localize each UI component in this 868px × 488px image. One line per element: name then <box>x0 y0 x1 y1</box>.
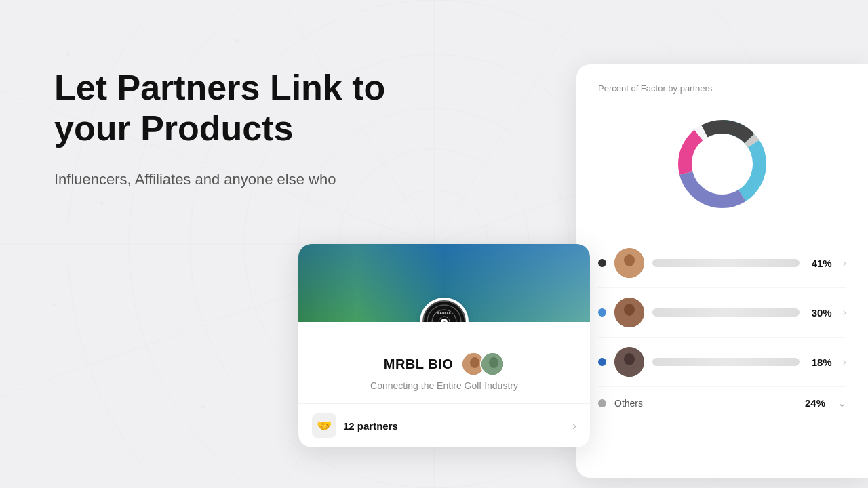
partner-item-2[interactable]: 30% › <box>598 288 846 338</box>
avatar-group <box>461 352 505 376</box>
svg-point-13 <box>66 52 70 56</box>
left-content: Let Partners Link to your Products Influ… <box>54 68 385 190</box>
chevron-right-icon: › <box>572 419 576 433</box>
partner-name-3 <box>652 358 800 366</box>
svg-point-15 <box>235 39 239 43</box>
others-row[interactable]: Others 24% ⌄ <box>598 387 846 419</box>
partners-count: 12 partners <box>343 420 398 432</box>
avatar-2 <box>480 352 505 376</box>
partner-dot-1 <box>598 259 606 267</box>
partner-avatar-3 <box>614 347 644 377</box>
svg-point-42 <box>624 304 635 316</box>
logo-inner: MARBLE GOLF ⚙ <box>422 300 466 322</box>
svg-text:⚙: ⚙ <box>443 321 446 322</box>
card-subtitle: Connecting the Entire Golf Industry <box>315 380 574 391</box>
others-percent: 24% <box>805 397 825 409</box>
partner-name-1 <box>652 259 800 267</box>
svg-point-33 <box>470 357 479 368</box>
donut-hole <box>696 138 748 190</box>
svg-text:MARBLE: MARBLE <box>437 311 451 314</box>
card-title-row: MRBL BIO <box>315 352 574 376</box>
partner-chevron-1[interactable]: › <box>843 257 846 269</box>
svg-point-19 <box>201 405 205 409</box>
donut-chart <box>668 110 776 218</box>
analytics-card: Percent of Factor by partners <box>576 64 868 478</box>
partner-dot-2 <box>598 308 606 317</box>
svg-point-45 <box>624 353 635 365</box>
partner-avatar-1 <box>614 248 644 278</box>
card-body: MRBL BIO Connecting <box>298 322 590 391</box>
partner-percent-2: 30% <box>808 307 832 319</box>
partner-list: 41% › 30% › <box>598 239 846 419</box>
chevron-down-icon[interactable]: ⌄ <box>837 396 846 409</box>
card-footer[interactable]: 🤝 12 partners › <box>298 403 590 447</box>
partner-percent-1: 41% <box>808 258 832 269</box>
footer-left: 🤝 12 partners <box>312 413 398 438</box>
others-label: Others <box>614 398 797 409</box>
partner-chevron-3[interactable]: › <box>843 356 846 368</box>
partner-chevron-2[interactable]: › <box>843 306 846 319</box>
partner-avatar-2 <box>614 298 644 327</box>
svg-point-36 <box>489 357 498 368</box>
svg-point-39 <box>624 254 635 266</box>
card-title: MRBL BIO <box>384 357 454 372</box>
others-dot <box>598 399 606 407</box>
handshake-icon: 🤝 <box>312 413 336 438</box>
sub-heading: Influencers, Affiliates and anyone else … <box>54 168 385 190</box>
partner-dot-3 <box>598 358 606 366</box>
donut-chart-container <box>598 110 846 218</box>
main-heading: Let Partners Link to your Products <box>54 68 385 149</box>
svg-point-18 <box>53 304 56 306</box>
partner-item-3[interactable]: 18% › <box>598 338 846 387</box>
partner-percent-3: 18% <box>808 357 832 368</box>
partner-item-1[interactable]: 41% › <box>598 239 846 288</box>
card-banner: MARBLE GOLF ⚙ <box>298 244 590 322</box>
analytics-title: Percent of Factor by partners <box>598 83 846 94</box>
profile-card: MARBLE GOLF ⚙ MRBL BIO <box>298 244 590 447</box>
partner-name-2 <box>652 308 800 317</box>
svg-point-17 <box>100 201 104 205</box>
